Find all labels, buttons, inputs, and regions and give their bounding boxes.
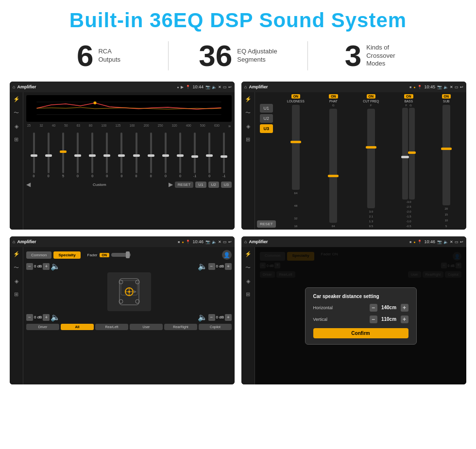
eq-chart bbox=[26, 95, 232, 122]
slider-1[interactable]: 0 bbox=[27, 132, 40, 178]
vol-plus-bl[interactable]: + bbox=[43, 314, 50, 321]
close-icon-2[interactable]: ✕ bbox=[450, 85, 453, 89]
screen3-main-area: Common Specialty Fader ON 👤 − 0 dB + bbox=[23, 247, 235, 384]
sub-slider[interactable] bbox=[442, 105, 450, 205]
home-icon-3[interactable]: ⌂ bbox=[13, 239, 15, 244]
stat-rca-label: RCAOutputs bbox=[98, 48, 120, 64]
dialog-vertical-minus[interactable]: − bbox=[370, 316, 377, 323]
screen3-location: 📍 bbox=[186, 240, 190, 244]
all-btn[interactable]: All bbox=[61, 324, 94, 330]
close-icon-4[interactable]: ✕ bbox=[450, 240, 453, 244]
speaker-icon-tl: 🔈 bbox=[51, 262, 60, 271]
stat-crossover-number: 3 bbox=[345, 41, 361, 71]
volume-icon: 🔈 bbox=[212, 85, 217, 89]
eq-icon-2[interactable]: ⚡ bbox=[245, 96, 252, 102]
screen2-content: U1 U2 U3 RESET ON LOUDNESS bbox=[257, 94, 464, 228]
expand-icon-3[interactable]: ⊞ bbox=[14, 291, 18, 298]
home-icon-4[interactable]: ⌂ bbox=[244, 239, 247, 244]
vol-minus-tr[interactable]: − bbox=[208, 263, 215, 270]
dialog-horizontal-row: Horizontal − 140cm + bbox=[313, 304, 408, 312]
specialty-tab-3[interactable]: Specialty bbox=[53, 251, 80, 259]
center-top bbox=[107, 262, 151, 271]
driver-btn[interactable]: Driver bbox=[26, 324, 59, 330]
rearleft-btn[interactable]: RearLeft bbox=[95, 324, 128, 330]
u2-button[interactable]: U2 bbox=[208, 182, 219, 188]
wave-icon-3[interactable]: 〜 bbox=[14, 264, 19, 271]
speaker-icon-2[interactable]: ◈ bbox=[246, 123, 250, 130]
slider-11[interactable]: 0 bbox=[173, 132, 187, 178]
vol-plus-br[interactable]: + bbox=[225, 314, 232, 321]
reset-adv-btn[interactable]: RESET bbox=[257, 220, 276, 228]
slider-5[interactable]: 0 bbox=[86, 132, 99, 178]
camera-icon-4: 📷 bbox=[437, 240, 442, 244]
stat-crossover: 3 Kinds ofCrossover Modes bbox=[308, 41, 447, 71]
screen3-icons: 📷 🔈 ✕ ▭ ↩ bbox=[205, 240, 232, 244]
slider-13[interactable]: 0 bbox=[203, 132, 216, 178]
fader-on-badge: ON bbox=[100, 253, 110, 257]
expand-icon[interactable]: ⊞ bbox=[14, 136, 18, 143]
back-icon[interactable]: ↩ bbox=[228, 85, 232, 89]
u3-adv[interactable]: U3 bbox=[260, 124, 273, 133]
vol-plus-tr[interactable]: + bbox=[225, 263, 232, 270]
back-icon-2[interactable]: ↩ bbox=[460, 85, 463, 89]
speaker-icon[interactable]: ◈ bbox=[15, 123, 18, 130]
slider-6[interactable]: 0 bbox=[101, 132, 114, 178]
vol-plus-tl[interactable]: + bbox=[43, 263, 50, 270]
expand-icon-4[interactable]: ⊞ bbox=[246, 291, 250, 298]
slider-10[interactable]: 0 bbox=[159, 132, 172, 178]
eq-icon-3[interactable]: ⚡ bbox=[13, 251, 20, 257]
vol-minus-bl[interactable]: − bbox=[26, 314, 33, 321]
stat-crossover-label: Kinds ofCrossover Modes bbox=[366, 44, 410, 68]
phat-slider[interactable] bbox=[329, 109, 337, 223]
close-icon-3[interactable]: ✕ bbox=[218, 240, 221, 244]
rearright-btn[interactable]: RearRight bbox=[164, 324, 197, 330]
u1-button[interactable]: U1 bbox=[195, 182, 206, 188]
wave-icon-4[interactable]: 〜 bbox=[245, 264, 251, 271]
u1-adv[interactable]: U1 bbox=[260, 104, 273, 113]
reset-button[interactable]: RESET bbox=[175, 182, 194, 188]
profile-btn[interactable]: 👤 bbox=[222, 250, 232, 260]
dialog-vertical-plus[interactable]: + bbox=[401, 316, 408, 323]
slider-12[interactable]: -1 bbox=[188, 132, 202, 178]
cutfreq-slider[interactable] bbox=[367, 109, 375, 208]
home-icon-2[interactable]: ⌂ bbox=[244, 84, 247, 89]
dialog-horizontal-minus[interactable]: − bbox=[370, 304, 377, 312]
u3-button[interactable]: U3 bbox=[221, 182, 232, 188]
dialog-horizontal-val: 140cm bbox=[379, 305, 399, 310]
screen3-dot: ■ bbox=[178, 240, 180, 244]
slider-7[interactable]: 0 bbox=[115, 132, 128, 178]
slider-14[interactable]: -1 bbox=[218, 132, 231, 178]
stat-eq: 36 EQ AdjustableSegments bbox=[169, 41, 307, 71]
speaker-icon-bl: 🔈 bbox=[51, 313, 60, 322]
loudness-slider[interactable] bbox=[292, 105, 300, 190]
back-icon-4[interactable]: ↩ bbox=[460, 240, 463, 244]
screen2-dot: ■ bbox=[409, 85, 411, 89]
copilot-btn[interactable]: Copilot bbox=[199, 324, 232, 330]
eq-icon-4[interactable]: ⚡ bbox=[245, 251, 252, 257]
slider-3[interactable]: 5 bbox=[56, 132, 69, 178]
slider-8[interactable]: 0 bbox=[130, 132, 143, 178]
home-icon[interactable]: ⌂ bbox=[13, 84, 15, 89]
expand-icon-2[interactable]: ⊞ bbox=[246, 136, 250, 143]
slider-9[interactable]: 0 bbox=[144, 132, 157, 178]
user-btn[interactable]: User bbox=[130, 324, 163, 330]
common-tab-3[interactable]: Common bbox=[26, 251, 51, 259]
fader-slider[interactable] bbox=[111, 253, 131, 257]
vol-minus-tl[interactable]: − bbox=[26, 263, 33, 270]
u2-adv[interactable]: U2 bbox=[260, 114, 273, 123]
speaker-icon-4[interactable]: ◈ bbox=[246, 278, 250, 284]
slider-4[interactable]: 0 bbox=[71, 132, 84, 178]
wave-icon-2[interactable]: 〜 bbox=[245, 109, 251, 116]
slider-2[interactable]: 0 bbox=[42, 132, 55, 178]
prev-button[interactable]: ◀ bbox=[26, 181, 31, 188]
vol-minus-br[interactable]: − bbox=[208, 314, 215, 321]
vol-val-tl: 0 dB bbox=[34, 264, 42, 268]
close-icon[interactable]: ✕ bbox=[218, 85, 221, 89]
next-button[interactable]: ▶ bbox=[169, 181, 173, 188]
wave-icon[interactable]: 〜 bbox=[14, 109, 19, 116]
speaker-icon-3[interactable]: ◈ bbox=[15, 278, 18, 284]
back-icon-3[interactable]: ↩ bbox=[228, 240, 232, 244]
eq-icon[interactable]: ⚡ bbox=[13, 96, 20, 102]
confirm-button[interactable]: Confirm bbox=[313, 328, 408, 338]
dialog-horizontal-plus[interactable]: + bbox=[401, 304, 408, 312]
